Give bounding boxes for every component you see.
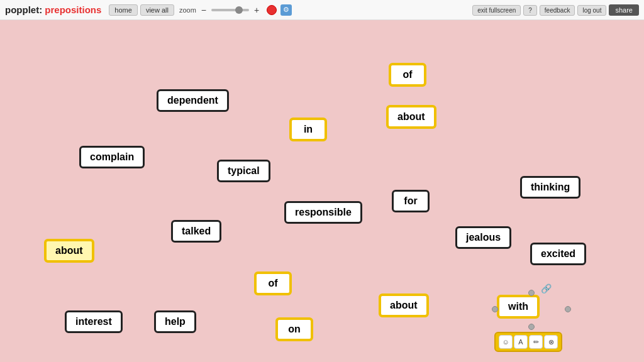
card-c3[interactable]: dependent: [157, 89, 229, 112]
feedback-button[interactable]: feedback: [540, 5, 575, 16]
context-menu-btn-2[interactable]: ✏: [529, 335, 543, 349]
card-context-menu: ☺A✏⊗: [494, 332, 562, 352]
connection-dot-dot-bottom[interactable]: [528, 324, 535, 330]
card-c7[interactable]: responsible: [284, 201, 362, 224]
zoom-slider[interactable]: [211, 9, 249, 11]
share-button[interactable]: share: [609, 4, 639, 16]
zoom-control: zoom − +: [177, 5, 262, 15]
settings-button[interactable]: ⚙: [280, 4, 292, 16]
card-c5[interactable]: complain: [79, 146, 145, 168]
zoom-minus[interactable]: −: [201, 5, 206, 15]
card-c8[interactable]: for: [392, 190, 430, 212]
card-c11[interactable]: jealous: [455, 226, 511, 249]
zoom-plus[interactable]: +: [254, 5, 259, 15]
card-c1[interactable]: of: [389, 63, 426, 87]
toolbar: popplet: prepositions home view all zoom…: [0, 0, 644, 20]
logout-button[interactable]: log out: [577, 5, 606, 16]
card-c19[interactable]: help: [154, 310, 196, 333]
card-c10[interactable]: talked: [171, 220, 221, 243]
card-link-icon: 🔗: [541, 283, 552, 293]
zoom-thumb[interactable]: [235, 6, 243, 14]
exit-fullscreen-button[interactable]: exit fullscreen: [472, 5, 521, 16]
card-c13[interactable]: excited: [530, 243, 586, 265]
card-c2[interactable]: about: [386, 105, 436, 129]
card-c18[interactable]: interest: [65, 310, 123, 333]
card-c9[interactable]: thinking: [520, 176, 580, 199]
connection-dot-dot-right[interactable]: [565, 306, 571, 312]
app-logo: popplet: prepositions: [5, 4, 101, 15]
card-c15[interactable]: about: [379, 293, 429, 317]
app-title-accent: prepositions: [45, 4, 101, 15]
card-c6[interactable]: typical: [217, 160, 270, 182]
connection-dot-dot-left[interactable]: [492, 306, 498, 312]
card-c12[interactable]: about: [44, 239, 94, 263]
canvas: ofaboutdependentincomplaintypicalrespons…: [0, 20, 644, 362]
help-button[interactable]: ?: [523, 5, 537, 16]
card-c4[interactable]: in: [289, 118, 327, 141]
context-menu-btn-0[interactable]: ☺: [499, 335, 513, 349]
topbar-right: exit fullscreen ? feedback log out share: [472, 0, 639, 20]
context-menu-btn-3[interactable]: ⊗: [544, 335, 558, 349]
card-c14[interactable]: of: [254, 272, 292, 295]
card-c17[interactable]: on: [275, 317, 313, 341]
context-menu-btn-1[interactable]: A: [514, 335, 528, 349]
view-all-button[interactable]: view all: [140, 4, 174, 16]
card-c16[interactable]: with: [497, 295, 540, 319]
home-button[interactable]: home: [109, 4, 138, 16]
zoom-label: zoom: [179, 6, 196, 14]
connection-dot-dot-top[interactable]: [528, 290, 535, 296]
color-picker[interactable]: [267, 5, 277, 15]
